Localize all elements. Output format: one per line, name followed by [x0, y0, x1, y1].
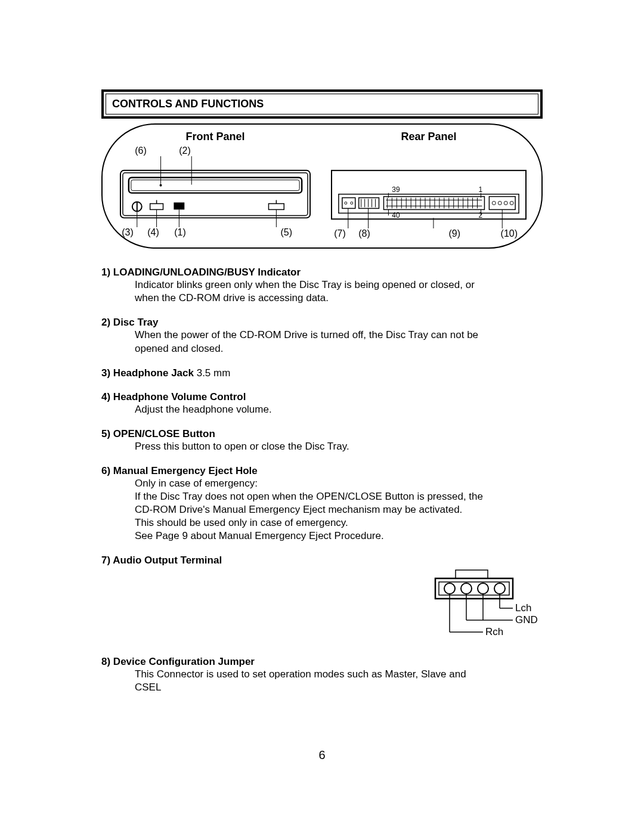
callout-8: (8)	[352, 228, 377, 239]
callout-3: (3)	[114, 227, 141, 238]
item-1: 1) LOADING/UNLOADING/BUSY Indicator Indi…	[101, 267, 543, 305]
svg-rect-67	[439, 582, 509, 595]
audio-terminal-diagram: Lch GND Rch	[423, 566, 543, 644]
svg-rect-9	[174, 203, 184, 210]
svg-rect-29	[383, 197, 484, 210]
front-panel-diagram	[114, 156, 316, 227]
rear-panel-title: Rear Panel	[328, 131, 530, 143]
svg-rect-3	[131, 180, 299, 191]
item-8: 8) Device Configuration Jumper This Conn…	[101, 656, 543, 694]
svg-point-22	[351, 202, 353, 205]
item-6: 6) Manual Emergency Eject Hole Only in c…	[101, 465, 543, 543]
item-2: 2) Disc Tray When the power of the CD-RO…	[101, 317, 543, 355]
svg-rect-19	[339, 194, 519, 213]
svg-point-56	[510, 202, 513, 205]
item-7: 7) Audio Output Terminal	[101, 555, 543, 644]
svg-rect-23	[359, 198, 379, 209]
callout-7: (7)	[328, 228, 352, 239]
svg-point-71	[494, 583, 505, 594]
callout-10: (10)	[460, 228, 530, 239]
pin-39: 39	[392, 185, 400, 194]
front-top-callouts: (6) (2)	[114, 145, 316, 156]
svg-rect-66	[435, 578, 513, 599]
svg-point-54	[498, 202, 501, 205]
audio-gnd: GND	[515, 614, 538, 625]
callout-4: (4)	[141, 227, 166, 238]
front-panel-title: Front Panel	[114, 131, 316, 143]
section-title: CONTROLS AND FUNCTIONS	[106, 94, 538, 114]
svg-point-68	[444, 583, 455, 594]
page-number: 6	[101, 748, 543, 762]
svg-rect-10	[268, 204, 284, 210]
callout-6: (6)	[114, 145, 167, 156]
panels-container: Front Panel (6) (2)	[101, 123, 543, 249]
callout-2: (2)	[167, 145, 203, 156]
item-list: 1) LOADING/UNLOADING/BUSY Indicator Indi…	[101, 267, 543, 694]
item-4: 4) Headphone Volume Control Adjust the h…	[101, 391, 543, 416]
rear-panel-block: Rear Panel	[328, 131, 530, 239]
front-bottom-callouts: (3) (4) (1) (5)	[114, 227, 316, 238]
callout-1: (1)	[166, 227, 194, 238]
svg-point-70	[478, 583, 488, 594]
rear-panel-diagram: 39 1 40 2	[328, 157, 530, 228]
front-panel-block: Front Panel (6) (2)	[114, 131, 316, 239]
pin-40: 40	[392, 211, 400, 219]
svg-point-21	[345, 202, 347, 205]
pin-2: 2	[478, 211, 482, 219]
rear-bottom-callouts: (7) (8) (9) (10)	[328, 228, 530, 239]
svg-rect-1	[123, 173, 308, 216]
svg-rect-52	[489, 197, 515, 210]
svg-point-55	[504, 202, 507, 205]
section-header: CONTROLS AND FUNCTIONS	[101, 89, 543, 119]
svg-point-69	[461, 583, 472, 594]
item-5: 5) OPEN/CLOSE Button Press this button t…	[101, 428, 543, 453]
svg-rect-7	[150, 204, 163, 210]
audio-rch: Rch	[485, 626, 503, 637]
svg-rect-18	[332, 171, 526, 219]
svg-point-53	[492, 202, 496, 205]
pin-1: 1	[478, 185, 482, 194]
svg-point-4	[160, 184, 162, 187]
audio-lch: Lch	[515, 602, 531, 614]
callout-9: (9)	[377, 228, 460, 239]
item-3: 3) Headphone Jack 3.5 mm	[101, 367, 543, 379]
callout-5: (5)	[194, 227, 316, 238]
svg-rect-20	[342, 198, 355, 209]
svg-rect-65	[456, 570, 488, 578]
